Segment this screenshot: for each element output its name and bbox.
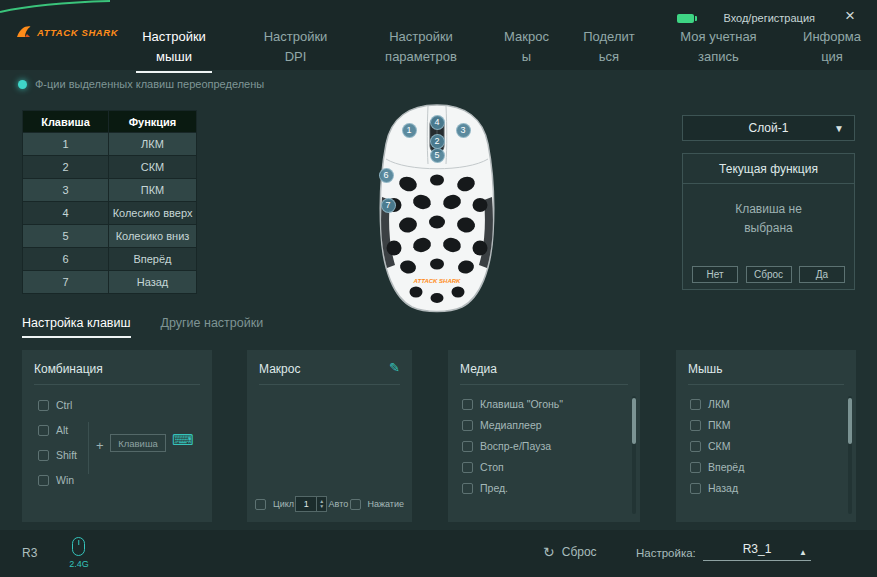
checkbox-label: Медиаплеер (480, 419, 542, 431)
cell-key: 3 (23, 179, 109, 202)
checkbox-box[interactable] (690, 399, 701, 410)
panel-combination: Комбинация Ctrl Alt Shift Win + ⌨ (22, 350, 212, 522)
tab-mouse-settings[interactable]: Настройки мыши (128, 27, 220, 66)
yes-button[interactable]: Да (799, 266, 845, 283)
panel-title: Мышь (676, 350, 856, 376)
chevron-up-icon: ▲ (799, 548, 807, 557)
table-row[interactable]: 3ПКМ (23, 179, 197, 202)
scrollbar-track (632, 396, 636, 514)
table-row[interactable]: 6Вперёд (23, 248, 197, 271)
login-link[interactable]: Вход/регистрация (723, 12, 815, 24)
marker-button-5[interactable]: 5 (430, 148, 445, 163)
table-row[interactable]: 2СКМ (23, 156, 197, 179)
tab-macros[interactable]: Макросы (503, 27, 551, 66)
checkbox-label: Стоп (480, 461, 504, 473)
divider (259, 384, 400, 385)
marker-button-1[interactable]: 1 (402, 123, 417, 138)
checkbox-box[interactable] (38, 425, 49, 436)
tab-key-settings[interactable]: Настройка клавиш (22, 316, 131, 338)
checkbox-label: Shift (56, 449, 77, 461)
checkbox-box[interactable] (690, 462, 701, 473)
checkbox-box[interactable] (38, 450, 49, 461)
mouse-preview: ATTACK SHARK 1 2 3 4 5 6 7 (352, 102, 522, 314)
checkbox-stop[interactable]: Стоп (462, 461, 626, 473)
checkbox-play-pause[interactable]: Воспр-е/Пауза (462, 440, 626, 452)
reset-button[interactable]: Сброс (746, 266, 792, 283)
cell-function: СКМ (109, 156, 197, 179)
checkbox-right-click[interactable]: ПКМ (690, 419, 842, 431)
checkbox-box[interactable] (690, 420, 701, 431)
column-header-key: Клавиша (23, 111, 109, 133)
table-row[interactable]: 4Колесико вверх (23, 202, 197, 225)
checkbox-box[interactable] (462, 399, 473, 410)
marker-button-2[interactable]: 2 (430, 134, 445, 149)
tab-other-settings[interactable]: Другие настройки (161, 316, 264, 338)
panel-title: Медиа (448, 350, 640, 376)
checkbox-ctrl[interactable]: Ctrl (38, 399, 212, 411)
edit-pencil-icon[interactable]: ✎ (389, 360, 400, 375)
checkbox-box[interactable] (690, 483, 701, 494)
checkbox-box[interactable] (38, 400, 49, 411)
checkbox-previous[interactable]: Пред. (462, 482, 626, 494)
status-note: Ф-ции выделенных клавиш переопределены (18, 78, 264, 90)
checkbox-media-player[interactable]: Медиаплеер (462, 419, 626, 431)
connection-type-label: 2.4G (64, 559, 94, 569)
checkbox-box[interactable] (462, 483, 473, 494)
cell-function: ПКМ (109, 179, 197, 202)
table-header-row: Клавиша Функция (23, 111, 197, 133)
checkbox-back[interactable]: Назад (690, 482, 842, 494)
keyboard-icon[interactable]: ⌨ (172, 432, 194, 447)
checkbox-label: Клавиша "Огонь" (480, 398, 563, 410)
checkbox-label: Пред. (480, 482, 508, 494)
tab-share[interactable]: Поделиться (582, 27, 636, 66)
column-header-function: Функция (109, 111, 197, 133)
cell-function: Вперёд (109, 248, 197, 271)
checkbox-fire-key[interactable]: Клавиша "Огонь" (462, 398, 626, 410)
checkbox-left-click[interactable]: ЛКМ (690, 398, 842, 410)
key-input[interactable] (110, 434, 166, 452)
checkbox-box[interactable] (462, 441, 473, 452)
checkbox-box[interactable] (462, 420, 473, 431)
no-button[interactable]: Нет (692, 266, 738, 283)
checkbox-forward[interactable]: Вперёд (690, 461, 842, 473)
marker-button-7[interactable]: 7 (381, 198, 396, 213)
tab-account[interactable]: Моя учетная запись (668, 27, 770, 66)
profile-dropdown[interactable]: R3_1 ▲ (703, 538, 811, 561)
panel-title: Комбинация (22, 350, 212, 376)
checkbox-box[interactable] (255, 499, 266, 510)
macro-controls: Цикл ▲ ▼ Авто Нажатие (255, 496, 404, 512)
checkbox-cycle[interactable]: Цикл (255, 499, 294, 510)
cell-function: ЛКМ (109, 133, 197, 156)
checkbox-box[interactable] (38, 475, 49, 486)
tab-info[interactable]: Информация (801, 27, 863, 66)
reset-control[interactable]: ↻ Сброс (543, 545, 597, 559)
tab-dpi-settings[interactable]: Настройки DPI (252, 27, 340, 66)
table-row[interactable]: 5Колесико вниз (23, 225, 197, 248)
cycle-count-input[interactable] (296, 497, 316, 511)
cell-key: 4 (23, 202, 109, 225)
current-function-title: Текущая функция (683, 154, 854, 184)
checkbox-press[interactable]: Нажатие (350, 499, 405, 510)
cell-function: Назад (109, 271, 197, 294)
tab-parameter-settings[interactable]: Настройки параметров (371, 27, 471, 66)
marker-button-6[interactable]: 6 (379, 168, 394, 183)
layer-dropdown[interactable]: Слой-1 ▼ (682, 115, 855, 141)
profile-value: R3_1 (743, 542, 772, 556)
marker-button-3[interactable]: 3 (456, 123, 471, 138)
checkbox-box[interactable] (690, 441, 701, 452)
checkbox-win[interactable]: Win (38, 474, 212, 486)
scrollbar-thumb[interactable] (848, 398, 852, 444)
table-row[interactable]: 1ЛКМ (23, 133, 197, 156)
checkbox-middle-click[interactable]: СКМ (690, 440, 842, 452)
table-row[interactable]: 7Назад (23, 271, 197, 294)
mouse-connection-icon[interactable] (72, 537, 85, 556)
checkbox-box[interactable] (462, 462, 473, 473)
scrollbar-thumb[interactable] (632, 398, 636, 444)
reset-label: Сброс (562, 545, 597, 559)
close-icon[interactable]: × (845, 7, 855, 24)
stepper-down-icon[interactable]: ▼ (319, 504, 324, 509)
checkbox-label: СКМ (708, 440, 730, 452)
profile-label: Настройка: (636, 547, 696, 559)
checkbox-box[interactable] (350, 499, 361, 510)
marker-button-4[interactable]: 4 (430, 115, 445, 130)
